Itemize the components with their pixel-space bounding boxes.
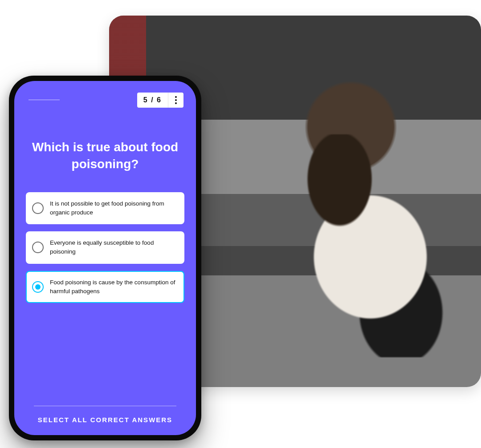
radio-icon (32, 281, 44, 293)
phone-screen: 5 / 6 Which is true about food poisoning… (14, 81, 196, 435)
svg-point-1 (175, 99, 177, 101)
radio-icon (32, 202, 44, 214)
answer-option-1[interactable]: It is not possible to get food poisoning… (26, 192, 184, 225)
instruction-text: SELECT ALL CORRECT ANSWERS (24, 416, 186, 424)
question-text: Which is true about food poisoning? (24, 139, 186, 173)
kebab-icon (175, 96, 177, 105)
radio-icon (32, 242, 44, 253)
phone-frame: 5 / 6 Which is true about food poisoning… (9, 76, 201, 440)
answer-text: Everyone is equally susceptible to food … (50, 238, 177, 257)
progress-group: 5 / 6 (137, 93, 183, 108)
answer-text: It is not possible to get food poisoning… (50, 199, 177, 218)
svg-point-0 (175, 96, 177, 98)
footer: SELECT ALL CORRECT ANSWERS (24, 398, 186, 427)
answer-text: Food poisoning is cause by the consumpti… (50, 278, 177, 296)
answer-list: It is not possible to get food poisoning… (24, 192, 186, 303)
svg-point-2 (175, 102, 177, 104)
progress-counter: 5 / 6 (137, 93, 168, 108)
topbar-divider (29, 100, 60, 100)
answer-option-3[interactable]: Food poisoning is cause by the consumpti… (26, 271, 184, 303)
topbar: 5 / 6 (24, 93, 186, 108)
more-menu-button[interactable] (168, 93, 183, 108)
footer-divider (34, 406, 176, 406)
answer-option-2[interactable]: Everyone is equally susceptible to food … (26, 231, 184, 264)
